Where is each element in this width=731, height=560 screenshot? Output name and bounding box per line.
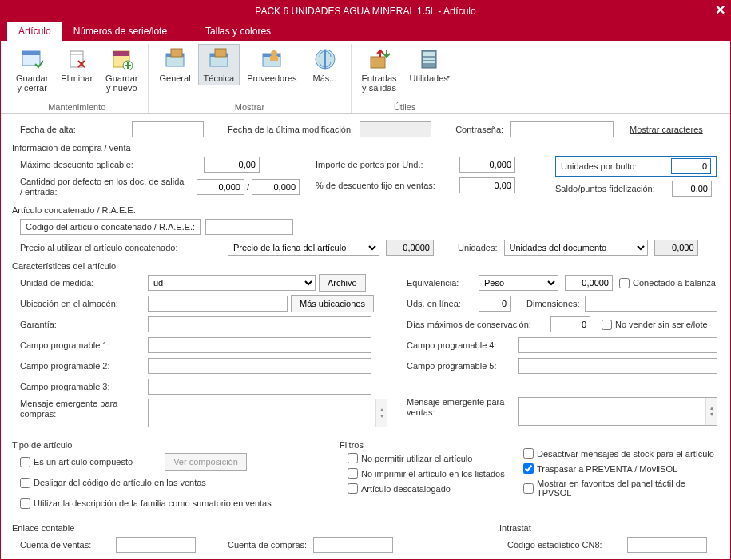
titlebar: PACK 6 UNIDADES AGUA MINERAL 1.5L - Artí… <box>1 1 730 22</box>
cp3-input[interactable] <box>148 379 371 395</box>
svg-rect-18 <box>371 57 385 68</box>
svg-rect-26 <box>431 61 435 63</box>
cn8-input[interactable] <box>627 537 707 553</box>
desligar-checkbox[interactable]: Desligar del código de artículo en las v… <box>20 478 206 488</box>
utilidades-icon <box>416 46 442 72</box>
fecha-mod-label: Fecha de la última modificación: <box>228 125 353 134</box>
ribbon-proveedores[interactable]: Proveedores <box>241 44 302 85</box>
ribbon-mas[interactable]: Más... <box>304 44 346 85</box>
mostrar-caracteres-link[interactable]: Mostrar caracteres <box>630 125 703 134</box>
cp2-input[interactable] <box>148 358 371 374</box>
precio-concat-val <box>386 240 434 256</box>
svg-rect-22 <box>427 58 431 60</box>
svg-rect-24 <box>423 61 427 63</box>
unidades-concat-val <box>654 240 698 256</box>
precio-concat-select[interactable]: Precio de la ficha del artículo <box>228 240 379 256</box>
spinner[interactable]: ▴▾ <box>705 398 717 425</box>
svg-rect-21 <box>423 58 427 60</box>
fecha-mod-input <box>360 121 431 137</box>
cp2-label: Campo programable 2: <box>20 361 148 371</box>
cp5-input[interactable] <box>518 358 717 374</box>
codigo-concat-input[interactable] <box>205 219 293 235</box>
msg-ventas-wrap: ▴▾ <box>518 397 717 426</box>
traspasar-checkbox[interactable]: Traspasar a PREVENTA / MovilSOL <box>523 463 717 474</box>
contrasena-label: Contraseña: <box>455 125 503 134</box>
favoritos-checkbox[interactable]: Mostrar en favoritos del panel táctil de… <box>523 479 717 498</box>
save-close-icon <box>19 46 45 72</box>
precio-concat-label: Precio al utilizar el artículo concatena… <box>20 243 228 252</box>
cuenta-ventas-input[interactable] <box>116 537 196 553</box>
mas-ubicaciones-button[interactable]: Más ubicaciones <box>291 295 374 312</box>
garantia-input[interactable] <box>148 316 371 332</box>
conectado-checkbox[interactable]: Conectado a balanza <box>619 278 716 288</box>
dias-input[interactable] <box>550 316 590 332</box>
cuenta-compras-input[interactable] <box>313 537 393 553</box>
ribbon-tecnica[interactable]: Técnica <box>198 44 240 85</box>
contrasena-input[interactable] <box>510 121 614 137</box>
ribbon-eliminar[interactable]: Eliminar <box>55 44 98 95</box>
dimensiones-input[interactable] <box>585 296 717 312</box>
cant-defecto-label: Cantidad por defecto en los doc. de sali… <box>20 177 187 197</box>
uds-linea-label: Uds. en línea: <box>407 299 479 308</box>
desc-familia-checkbox[interactable]: Utilizar la descripción de la familia co… <box>20 498 272 509</box>
importe-portes-label: Importe de portes por Und.: <box>316 160 459 169</box>
ribbon-utilidades[interactable]: Utilidades ▾ <box>404 44 454 95</box>
close-icon[interactable]: ✕ <box>715 2 725 18</box>
cant-entrada-input[interactable] <box>252 179 300 195</box>
no-vender-checkbox[interactable]: No vender sin serie/lote <box>602 320 708 330</box>
msg-compras-label: Mensaje emergente para compras: <box>20 399 148 419</box>
no-permitir-checkbox[interactable]: No permitir utilizar el artículo <box>348 453 515 463</box>
ribbon-general[interactable]: General <box>153 44 196 85</box>
fecha-alta-label: Fecha de alta: <box>20 125 132 134</box>
importe-portes-input[interactable] <box>459 157 515 173</box>
unidades-bulto-input[interactable] <box>671 158 711 174</box>
desc-fijo-label: % de descuento fijo en ventas: <box>316 181 459 190</box>
cuenta-compras-label: Cuenta de compras: <box>228 540 307 550</box>
desactivar-stock-checkbox[interactable]: Desactivar mensajes de stock para el art… <box>523 448 717 459</box>
desc-fijo-input[interactable] <box>459 177 515 193</box>
archivo-button[interactable]: Archivo <box>319 274 366 292</box>
unidades-concat-select[interactable]: Unidades del documento <box>504 240 648 256</box>
msg-compras-textarea[interactable] <box>149 399 375 427</box>
spinner[interactable]: ▴▾ <box>375 399 387 427</box>
equiv-select[interactable]: Peso <box>479 275 558 291</box>
cp4-input[interactable] <box>518 337 717 353</box>
saldo-label: Saldo/puntos fidelización: <box>555 184 672 193</box>
ribbon-guardar-nuevo[interactable]: Guardar y nuevo <box>100 44 143 95</box>
ribbon-group-mostrar: General Técnica Proveedores Más... Mostr… <box>149 44 351 113</box>
compuesto-checkbox[interactable]: Es un artículo compuesto <box>20 457 133 467</box>
descatalogado-checkbox[interactable]: Artículo descatalogado <box>348 483 515 494</box>
section-compra: Información de compra / venta <box>12 143 717 153</box>
uds-linea-input[interactable] <box>479 296 511 312</box>
ribbon-group-mantenimiento: Guardar y cerrar Eliminar Guardar y nuev… <box>6 44 149 113</box>
cant-salida-input[interactable] <box>197 179 244 195</box>
dimensiones-label: Dimensiones: <box>526 299 580 308</box>
unidades-bulto-highlight: Unidades por bulto: <box>555 156 717 177</box>
svg-rect-1 <box>22 51 40 55</box>
msg-ventas-textarea[interactable] <box>519 398 705 425</box>
fecha-alta-input[interactable] <box>132 121 204 137</box>
tab-tallas[interactable]: Tallas y colores <box>194 22 282 41</box>
cp1-label: Campo programable 1: <box>20 340 148 350</box>
codigo-concat-label: Código del artículo concatenado / R.A.E.… <box>20 219 201 235</box>
equiv-val-input[interactable] <box>565 275 613 291</box>
svg-rect-25 <box>427 61 431 63</box>
cp1-input[interactable] <box>148 337 371 353</box>
cp4-label: Campo programable 4: <box>407 340 518 350</box>
unidad-select[interactable]: ud <box>148 275 316 291</box>
mas-icon <box>312 46 338 72</box>
svg-rect-23 <box>431 58 435 60</box>
tab-articulo[interactable]: Artículo <box>7 22 62 41</box>
ribbon-guardar-cerrar[interactable]: Guardar y cerrar <box>10 44 54 95</box>
tab-series[interactable]: Números de serie/lote <box>62 22 178 41</box>
max-desc-input[interactable] <box>204 157 260 173</box>
ribbon-group-utiles: Entradas y salidas Utilidades ▾ Útiles <box>352 44 459 113</box>
window-title: PACK 6 UNIDADES AGUA MINERAL 1.5L - Artí… <box>255 6 475 17</box>
ubicacion-input[interactable] <box>148 296 288 312</box>
general-icon <box>162 46 188 72</box>
dias-label: Días máximos de conservación: <box>407 320 550 329</box>
ribbon-entradas[interactable]: Entradas y salidas <box>356 44 403 95</box>
saldo-input[interactable] <box>672 181 712 197</box>
svg-point-14 <box>271 50 277 57</box>
no-imprimir-checkbox[interactable]: No imprimir el artículo en los listados <box>348 468 515 479</box>
